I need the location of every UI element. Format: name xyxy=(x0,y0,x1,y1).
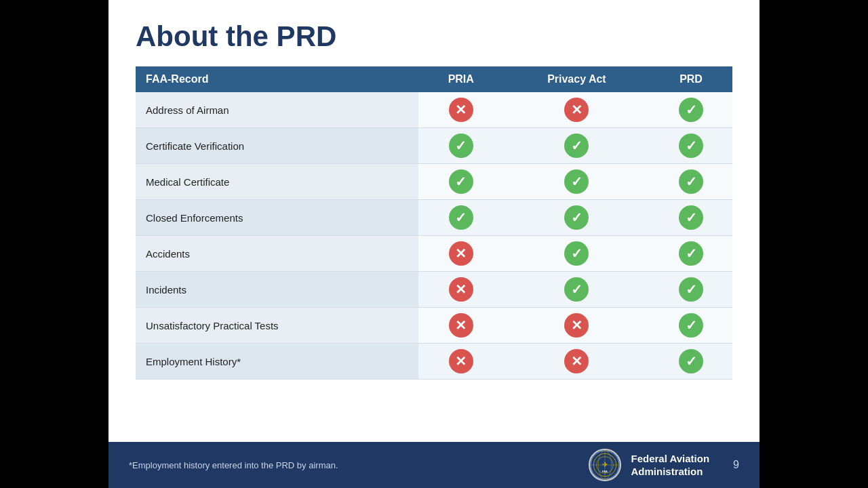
row-cell-prd: ✓ xyxy=(650,308,732,344)
check-icon: ✓ xyxy=(679,98,703,122)
slide-footer: *Employment history entered into the PRD… xyxy=(108,442,760,488)
row-cell-prd: ✓ xyxy=(650,164,732,200)
check-icon: ✓ xyxy=(679,277,703,302)
table-row: Employment History*✕✕✓ xyxy=(136,344,732,380)
table-row: Accidents✕✓✓ xyxy=(136,236,732,272)
row-cell-prd: ✓ xyxy=(650,92,732,128)
footer-page-number: 9 xyxy=(733,459,739,471)
row-cell-pria: ✓ xyxy=(418,128,504,164)
check-icon: ✓ xyxy=(564,205,589,230)
table-row: Address of Airman✕✕✓ xyxy=(136,92,732,128)
check-icon: ✓ xyxy=(449,169,473,194)
x-icon: ✕ xyxy=(449,98,473,122)
row-cell-pria: ✕ xyxy=(418,92,504,128)
comparison-table: FAA-Record PRIA Privacy Act PRD Address … xyxy=(136,66,732,380)
table-row: Unsatisfactory Practical Tests✕✕✓ xyxy=(136,308,732,344)
col-header-pria: PRIA xyxy=(418,66,504,92)
row-label: Accidents xyxy=(136,236,418,272)
row-cell-privacy_act: ✓ xyxy=(504,272,650,308)
row-cell-prd: ✓ xyxy=(650,236,732,272)
check-icon: ✓ xyxy=(449,134,473,158)
table-row: Closed Enforcements✓✓✓ xyxy=(136,200,732,236)
col-header-privacy-act: Privacy Act xyxy=(504,66,650,92)
faa-agency-name: Federal Aviation Administration xyxy=(631,452,710,479)
check-icon: ✓ xyxy=(679,205,703,230)
svg-text:FAA: FAA xyxy=(602,470,608,473)
x-icon: ✕ xyxy=(564,98,589,122)
check-icon: ✓ xyxy=(679,134,703,158)
x-icon: ✕ xyxy=(449,277,473,302)
row-cell-prd: ✓ xyxy=(650,272,732,308)
footer-right: ✈ FAA Federal Aviation Administration 9 xyxy=(589,449,740,481)
slide-content: About the PRD FAA-Record PRIA Privacy Ac… xyxy=(108,0,760,442)
row-label: Certificate Verification xyxy=(136,128,418,164)
row-cell-pria: ✓ xyxy=(418,200,504,236)
col-header-prd: PRD xyxy=(650,66,732,92)
footer-note: *Employment history entered into the PRD… xyxy=(129,460,338,470)
row-cell-prd: ✓ xyxy=(650,344,732,380)
row-cell-pria: ✕ xyxy=(418,236,504,272)
row-label: Closed Enforcements xyxy=(136,200,418,236)
check-icon: ✓ xyxy=(679,313,703,338)
x-icon: ✕ xyxy=(449,241,473,266)
table-row: Medical Certificate✓✓✓ xyxy=(136,164,732,200)
row-cell-privacy_act: ✓ xyxy=(504,236,650,272)
row-label: Incidents xyxy=(136,272,418,308)
check-icon: ✓ xyxy=(679,349,703,373)
row-cell-pria: ✕ xyxy=(418,344,504,380)
slide-title: About the PRD xyxy=(136,20,732,53)
row-cell-pria: ✕ xyxy=(418,272,504,308)
row-cell-privacy_act: ✓ xyxy=(504,128,650,164)
row-label: Medical Certificate xyxy=(136,164,418,200)
check-icon: ✓ xyxy=(679,241,703,266)
check-icon: ✓ xyxy=(564,277,589,302)
x-icon: ✕ xyxy=(449,349,473,373)
row-cell-pria: ✕ xyxy=(418,308,504,344)
slide-container: About the PRD FAA-Record PRIA Privacy Ac… xyxy=(108,0,760,488)
check-icon: ✓ xyxy=(564,169,589,194)
row-cell-privacy_act: ✕ xyxy=(504,308,650,344)
row-cell-privacy_act: ✕ xyxy=(504,344,650,380)
faa-logo: ✈ FAA xyxy=(589,449,621,481)
col-header-faa-record: FAA-Record xyxy=(136,66,418,92)
svg-text:✈: ✈ xyxy=(602,461,608,468)
table-header-row: FAA-Record PRIA Privacy Act PRD xyxy=(136,66,732,92)
check-icon: ✓ xyxy=(679,169,703,194)
x-icon: ✕ xyxy=(564,313,589,338)
row-label: Unsatisfactory Practical Tests xyxy=(136,308,418,344)
row-label: Employment History* xyxy=(136,344,418,380)
table-row: Incidents✕✓✓ xyxy=(136,272,732,308)
row-cell-pria: ✓ xyxy=(418,164,504,200)
row-cell-prd: ✓ xyxy=(650,128,732,164)
check-icon: ✓ xyxy=(564,134,589,158)
check-icon: ✓ xyxy=(564,241,589,266)
x-icon: ✕ xyxy=(564,349,589,373)
row-cell-privacy_act: ✓ xyxy=(504,200,650,236)
table-row: Certificate Verification✓✓✓ xyxy=(136,128,732,164)
row-cell-prd: ✓ xyxy=(650,200,732,236)
check-icon: ✓ xyxy=(449,205,473,230)
x-icon: ✕ xyxy=(449,313,473,338)
row-label: Address of Airman xyxy=(136,92,418,128)
row-cell-privacy_act: ✓ xyxy=(504,164,650,200)
row-cell-privacy_act: ✕ xyxy=(504,92,650,128)
